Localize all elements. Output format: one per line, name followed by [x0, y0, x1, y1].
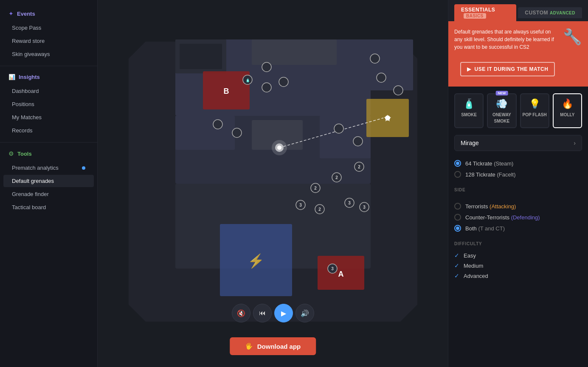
sidebar-item-reward-store[interactable]: Reward store: [3, 35, 94, 47]
sidebar-item-my-matches[interactable]: My Matches: [3, 111, 94, 123]
download-icon: 🖐: [245, 342, 253, 350]
svg-point-29: [213, 120, 222, 129]
mute-button[interactable]: 🔇: [232, 304, 250, 322]
svg-rect-6: [252, 39, 337, 65]
tickrate-64[interactable]: 64 Tickrate (Steam): [454, 158, 582, 169]
sidebar-item-default-grenades[interactable]: Default grenades: [3, 175, 94, 187]
prematch-dot: [82, 166, 85, 170]
playback-controls: 🔇 ⏮ ▶ 🔊: [232, 304, 314, 322]
use-match-button[interactable]: ▶ USE IT DURING THE MATCH: [460, 62, 555, 76]
tab-custom[interactable]: CUSTOM Advanced: [518, 7, 582, 18]
svg-text:3: 3: [348, 201, 351, 205]
grenade-type-smoke[interactable]: 🧴 SMOKE: [454, 93, 484, 128]
svg-point-27: [279, 77, 288, 87]
difficulty-easy[interactable]: ✓ Easy: [448, 250, 588, 261]
prev-button[interactable]: ⏮: [253, 304, 272, 322]
side-label: SIDE: [448, 184, 588, 194]
map-selector[interactable]: Mirage ›: [454, 135, 582, 151]
svg-point-31: [334, 124, 343, 133]
side-both[interactable]: Both (T and CT): [454, 223, 582, 234]
difficulty-label: DIFFICULTY: [448, 238, 588, 248]
chevron-right-icon: ›: [574, 140, 576, 146]
sidebar-item-skin-giveaways[interactable]: Skin giveaways: [3, 48, 94, 60]
radio-ct-icon: [454, 214, 461, 221]
sidebar-item-positions[interactable]: Positions: [3, 98, 94, 110]
sidebar-item-prematch[interactable]: Prematch analytics: [3, 162, 94, 174]
promo-card: Default grenades that are always useful …: [448, 21, 588, 58]
svg-text:B: B: [223, 87, 229, 95]
radio-both-icon: [454, 225, 461, 232]
grenade-type-popflash[interactable]: 💡 POP FLASH: [520, 93, 549, 128]
oneway-icon: 💨: [490, 98, 514, 109]
side-ct[interactable]: Counter-Terrorists (Defending): [454, 212, 582, 223]
map-area: B ⚡ A: [98, 0, 448, 367]
svg-point-50: [377, 73, 386, 82]
molly-icon: 🔥: [555, 98, 580, 109]
svg-text:2: 2: [358, 165, 360, 169]
grenade-promo-icon: 🔧: [563, 28, 582, 46]
tools-title: Tools: [17, 151, 32, 157]
svg-point-30: [232, 128, 242, 137]
svg-text:🧴: 🧴: [245, 78, 250, 83]
sidebar-item-records[interactable]: Records: [3, 124, 94, 137]
sidebar-item-tactical-board[interactable]: Tactical board: [3, 201, 94, 213]
svg-point-23: [277, 146, 281, 150]
radio-128-icon: [454, 171, 461, 178]
popflash-icon: 💡: [523, 98, 547, 109]
svg-point-28: [262, 62, 271, 72]
sidebar: ✦ Events Scope Pass Reward store Skin gi…: [0, 0, 98, 367]
smoke-icon: 🧴: [457, 98, 481, 109]
difficulty-medium[interactable]: ✓ Medium: [448, 261, 588, 271]
difficulty-advanced[interactable]: ✓ Advanced: [448, 271, 588, 281]
map-container: B ⚡ A: [112, 16, 434, 339]
download-app-button[interactable]: 🖐 Download app: [230, 337, 316, 355]
check-advanced-icon: ✓: [454, 272, 459, 279]
svg-point-51: [370, 54, 380, 63]
svg-text:2: 2: [314, 186, 317, 191]
tickrate-128[interactable]: 128 Tickrate (Facelt): [454, 169, 582, 180]
tools-section-header: ⚙ Tools: [0, 148, 97, 160]
panel-tabs: ESSENTIALS Basics CUSTOM Advanced: [448, 0, 588, 21]
events-title: Events: [17, 11, 35, 17]
grenade-type-molly[interactable]: 🔥 MOLLY: [553, 93, 582, 128]
events-icon: ✦: [8, 10, 14, 17]
svg-point-32: [353, 137, 363, 146]
svg-rect-9: [175, 116, 235, 150]
grenade-type-oneway[interactable]: NEW 💨 ONEWAY SMOKE: [487, 93, 516, 128]
main-content: B ⚡ A: [98, 0, 448, 367]
svg-text:2: 2: [335, 175, 338, 180]
check-easy-icon: ✓: [454, 252, 459, 259]
insights-section-header: 📊 Insights: [0, 71, 97, 83]
svg-text:3: 3: [331, 266, 334, 271]
side-terrorists[interactable]: Terrorists (Attacking): [454, 201, 582, 212]
tools-icon: ⚙: [8, 150, 14, 157]
play-button[interactable]: ▶: [274, 304, 293, 322]
svg-rect-7: [337, 39, 413, 90]
right-panel: ESSENTIALS Basics CUSTOM Advanced Defaul…: [448, 0, 588, 367]
svg-point-49: [394, 86, 403, 95]
svg-rect-3: [180, 44, 222, 69]
sidebar-divider-1: [0, 66, 97, 66]
svg-text:2: 2: [318, 207, 321, 212]
play-icon: ▶: [467, 66, 471, 72]
insights-title: Insights: [19, 74, 40, 80]
grenade-types: 🧴 SMOKE NEW 💨 ONEWAY SMOKE 💡 POP FLASH 🔥…: [448, 87, 588, 132]
check-medium-icon: ✓: [454, 262, 459, 269]
sidebar-divider-2: [0, 142, 97, 143]
svg-text:⚡: ⚡: [248, 253, 264, 269]
events-section-header: ✦ Events: [0, 8, 97, 20]
svg-point-26: [262, 83, 271, 92]
svg-point-20: [385, 115, 390, 120]
volume-button[interactable]: 🔊: [295, 304, 314, 322]
svg-text:A: A: [338, 270, 343, 278]
sidebar-item-scope-pass[interactable]: Scope Pass: [3, 22, 94, 34]
svg-rect-11: [320, 116, 371, 158]
sidebar-item-dashboard[interactable]: Dashboard: [3, 85, 94, 97]
tab-essentials[interactable]: ESSENTIALS Basics: [454, 4, 516, 21]
tickrate-section: 64 Tickrate (Steam) 128 Tickrate (Facelt…: [448, 154, 588, 184]
svg-text:3: 3: [363, 205, 366, 210]
sidebar-item-grenade-finder[interactable]: Grenade finder: [3, 188, 94, 200]
svg-text:3: 3: [299, 203, 302, 207]
radio-t-icon: [454, 203, 461, 210]
radio-64-icon: [454, 160, 461, 167]
